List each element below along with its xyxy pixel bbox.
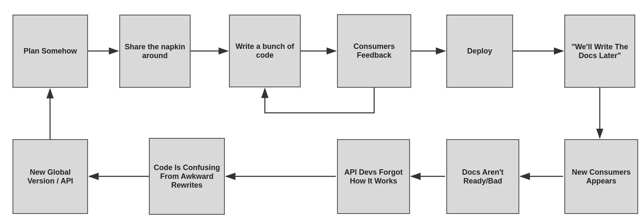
node-api_forgot: API Devs Forgot How It Works	[337, 139, 410, 214]
flowchart-diagram: Plan SomehowShare the napkin aroundWrite…	[0, 0, 644, 224]
node-feedback: Consumers Feedback	[337, 14, 411, 88]
node-plan: Plan Somehow	[13, 15, 88, 88]
node-global_version: New Global Version / API	[13, 139, 88, 214]
node-docs_bad: Docs Aren't Ready/Bad	[446, 139, 519, 214]
node-confusing: Code Is Confusing From Awkward Rewrites	[149, 138, 225, 215]
arrows-svg	[0, 0, 644, 224]
node-deploy: Deploy	[446, 15, 513, 88]
node-docs_later: "We'll Write The Docs Later"	[564, 15, 635, 88]
node-code: Write a bunch of code	[229, 15, 301, 87]
node-new_consumers: New Consumers Appears	[564, 139, 638, 214]
node-napkin: Share the napkin around	[119, 15, 191, 88]
